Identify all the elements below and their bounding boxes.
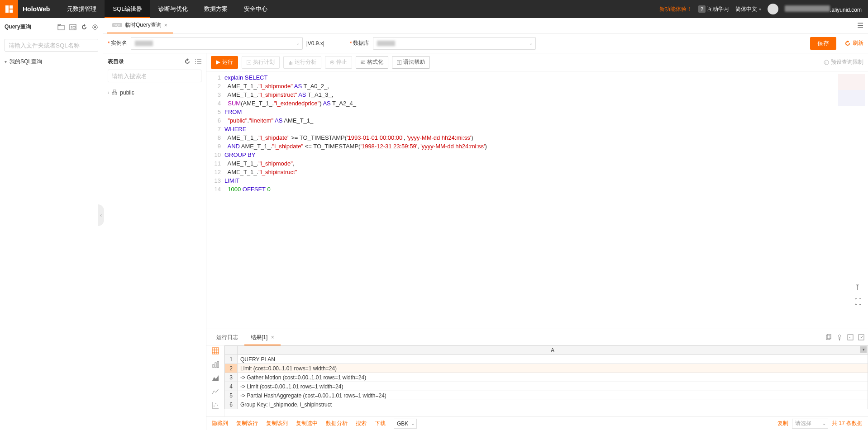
- minimap[interactable]: [838, 74, 865, 106]
- svg-point-7: [94, 26, 96, 28]
- save-button[interactable]: 保存: [810, 37, 836, 50]
- table-row[interactable]: 5 -> Partial HashAggregate (cost=0.00..1…: [225, 391, 868, 400]
- grammar-help-button[interactable]: ?语法帮助: [392, 56, 430, 69]
- database-select[interactable]: ⌄: [373, 37, 536, 50]
- language-switch[interactable]: 简体中文▾: [735, 5, 761, 13]
- nav-item[interactable]: 数据方案: [196, 0, 236, 18]
- copy-icon[interactable]: [825, 334, 832, 340]
- table-row[interactable]: 1QUERY PLAN: [225, 355, 868, 364]
- close-icon[interactable]: ×: [164, 22, 167, 28]
- run-button[interactable]: 运行: [211, 56, 238, 69]
- search-link[interactable]: 搜索: [356, 420, 367, 427]
- editor-toolbar: 运行 执行计划 运行分析 停止 格式化 ?语法帮助 i预设查询限制: [206, 53, 868, 71]
- svg-rect-23: [331, 61, 333, 63]
- chevron-down-icon: ⌄: [529, 41, 533, 46]
- encoding-select[interactable]: GBK⌄: [394, 419, 417, 429]
- svg-rect-32: [212, 348, 219, 354]
- refresh-button[interactable]: 刷新: [844, 39, 863, 47]
- list-icon[interactable]: [195, 58, 201, 65]
- tab-result-1[interactable]: 结果[1] ×: [244, 329, 281, 345]
- new-experience-link[interactable]: 新功能体验！: [659, 5, 692, 13]
- copy-format-select[interactable]: 请选择⌄: [792, 419, 828, 429]
- caret-right-icon: ›: [108, 90, 109, 95]
- close-icon[interactable]: ×: [271, 334, 274, 340]
- svg-rect-39: [217, 361, 219, 368]
- nav-item[interactable]: 诊断与优化: [150, 0, 196, 18]
- svg-rect-1: [10, 5, 13, 9]
- result-grid[interactable]: A▾ 1QUERY PLAN2Limit (cost=0.00..1.01 ro…: [224, 345, 868, 409]
- pin-icon[interactable]: [836, 334, 843, 340]
- sql-file-icon[interactable]: SQL: [69, 24, 76, 30]
- column-menu-icon[interactable]: ▾: [860, 346, 867, 353]
- table-panel-title: 表目录: [108, 58, 184, 66]
- svg-text:i: i: [825, 61, 826, 65]
- table-row[interactable]: 6 Group Key: l_shipmode, l_shipinstruct: [225, 400, 868, 409]
- tree-node-my-sql[interactable]: ▾我的SQL查询: [5, 56, 98, 67]
- collapse-sidebar-button[interactable]: ‹: [98, 204, 104, 226]
- nav-item[interactable]: 安全中心: [236, 0, 276, 18]
- table-view-icon[interactable]: [212, 347, 219, 354]
- data-analyze-link[interactable]: 数据分析: [326, 420, 348, 427]
- sidebar-search-input[interactable]: [5, 39, 98, 52]
- sidebar: Query查询 SQL ▾我的SQL查询: [0, 18, 103, 430]
- copy-row-link[interactable]: 复制该行: [236, 420, 258, 427]
- bar-chart-icon[interactable]: [212, 361, 219, 368]
- explain-button[interactable]: 执行计划: [242, 56, 280, 69]
- instance-select[interactable]: ⌄: [131, 37, 303, 50]
- target-icon[interactable]: [92, 24, 98, 30]
- tab-run-log[interactable]: 运行日志: [210, 329, 244, 345]
- menu-icon[interactable]: ☰: [857, 21, 863, 30]
- scroll-top-icon[interactable]: ⤒: [854, 283, 862, 292]
- user-label: .aliyunid.com: [785, 5, 862, 13]
- svg-point-42: [214, 406, 215, 406]
- svg-rect-19: [289, 62, 290, 65]
- analyze-button[interactable]: 运行分析: [283, 56, 321, 69]
- svg-rect-0: [5, 5, 9, 13]
- help-icon: ?: [698, 5, 706, 13]
- svg-rect-37: [213, 364, 214, 368]
- svg-rect-3: [58, 25, 64, 30]
- download-link[interactable]: 下载: [375, 420, 386, 427]
- table-row[interactable]: 4 -> Limit (cost=0.00..1.01 rows=1 width…: [225, 382, 868, 391]
- copy-selection-link[interactable]: 复制选中: [296, 420, 318, 427]
- svg-point-26: [824, 60, 829, 65]
- area-chart-icon[interactable]: [212, 374, 219, 382]
- column-header-a[interactable]: A▾: [238, 346, 868, 355]
- caret-down-icon: ▾: [5, 59, 7, 64]
- nav-item[interactable]: SQL编辑器: [105, 0, 150, 18]
- folder-icon[interactable]: [57, 24, 65, 30]
- copy-link[interactable]: 复制: [777, 420, 788, 427]
- hide-columns-link[interactable]: 隐藏列: [212, 420, 228, 427]
- table-row[interactable]: 2Limit (cost=0.00..1.01 rows=1 width=24): [225, 364, 868, 373]
- tab-temp-query[interactable]: SQL 临时Query查询 ×: [107, 18, 173, 33]
- copy-column-link[interactable]: 复制该列: [266, 420, 288, 427]
- interactive-learning-link[interactable]: ?互动学习: [698, 5, 729, 13]
- refresh-icon[interactable]: [184, 58, 191, 65]
- fullscreen-icon[interactable]: ⛶: [854, 298, 862, 306]
- svg-text:?: ?: [398, 61, 401, 65]
- view-switch: [206, 345, 224, 416]
- expand-down-icon[interactable]: [858, 334, 864, 340]
- chevron-down-icon: ⌄: [296, 41, 300, 46]
- scatter-chart-icon[interactable]: [212, 402, 219, 409]
- query-limit-hint[interactable]: i预设查询限制: [824, 58, 863, 66]
- svg-rect-38: [215, 363, 216, 368]
- corner-cell[interactable]: [225, 346, 238, 355]
- version-label: |V0.9.x|: [306, 40, 324, 47]
- refresh-icon[interactable]: [81, 24, 87, 30]
- sql-editor[interactable]: 1234567891011121314 explain SELECT AME_T…: [206, 71, 868, 329]
- format-button[interactable]: 格式化: [356, 56, 388, 69]
- nav-item[interactable]: 元数据管理: [59, 0, 105, 18]
- chevron-down-icon: ▾: [759, 7, 761, 12]
- line-chart-icon[interactable]: [212, 388, 219, 395]
- chevron-down-icon: ⌄: [411, 421, 415, 426]
- brand-label: HoloWeb: [18, 5, 59, 13]
- stop-button[interactable]: 停止: [325, 56, 352, 69]
- table-search-input[interactable]: [108, 70, 201, 82]
- sidebar-title: Query查询: [5, 23, 57, 31]
- avatar[interactable]: [768, 4, 778, 14]
- schema-node-public[interactable]: ›品public: [108, 87, 201, 98]
- tab-row: SQL 临时Query查询 × ☰: [103, 18, 868, 33]
- table-row[interactable]: 3 -> Gather Motion (cost=0.00..1.01 rows…: [225, 373, 868, 382]
- collapse-up-icon[interactable]: [847, 334, 854, 340]
